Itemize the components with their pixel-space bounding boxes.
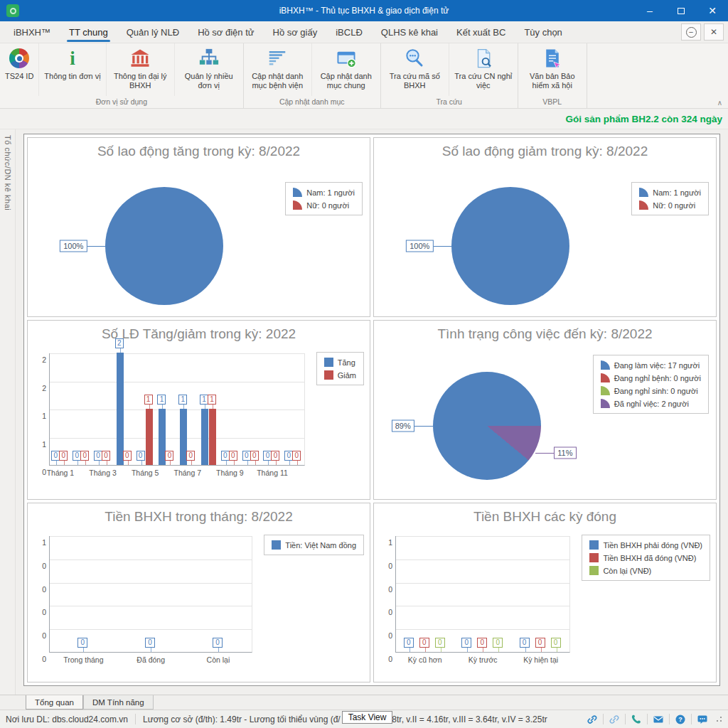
data-label-connector	[410, 648, 410, 652]
data-label-connector	[425, 648, 426, 652]
menu-tab-2[interactable]: TT chung	[60, 21, 117, 43]
tab-dm-tinh-nang[interactable]: DM Tính năng	[83, 695, 154, 710]
menu-tab-7[interactable]: QLHS kê khai	[372, 21, 447, 43]
data-label-connector	[541, 648, 542, 652]
menu-tab-6[interactable]: iBCLĐ	[326, 21, 372, 43]
bar-legend: Tiền BHXH phải đóng (VNĐ)Tiền BHXH đã đó…	[582, 535, 710, 581]
chart-body: 100%Nam: 1 ngườiNữ: 0 người	[28, 164, 370, 316]
data-label: 0	[102, 451, 110, 461]
link-icon[interactable]	[583, 714, 601, 725]
ribbon-button[interactable]: Tra cứu mã số BHXH	[381, 43, 449, 96]
x-axis-tick-label: Trong tháng	[63, 655, 103, 664]
category-group: 000	[396, 536, 454, 652]
chart-panel-lao-dong-giam: Số lao động giảm trong kỳ: 8/2022100%Nam…	[373, 137, 717, 317]
tab-tong-quan[interactable]: Tổng quan	[26, 695, 83, 710]
close-button[interactable]: ✕	[697, 0, 728, 21]
pie-callout-line	[414, 426, 433, 427]
data-label-connector	[441, 648, 441, 652]
ribbon-group-label: Cập nhật danh mục	[244, 96, 380, 108]
menu-tab-5[interactable]: Hồ sơ giấy	[264, 21, 327, 43]
x-axis-tick-label: Kỳ cũ hơn	[408, 655, 442, 664]
link-outline-icon[interactable]	[605, 714, 623, 725]
menu-tab-3[interactable]: Quản lý NLĐ	[117, 21, 188, 43]
info-icon: i	[70, 47, 75, 70]
pie-legend: Nam: 1 ngườiNữ: 0 người	[285, 182, 363, 215]
ribbon-group-1: TS24 IDiThông tin đơn vịThông tin đại lý…	[0, 43, 244, 108]
legend-label: Còn lại (VNĐ)	[603, 567, 651, 575]
divider	[669, 714, 670, 724]
ribbon-button[interactable]: Quản lý nhiều đơn vị	[175, 43, 243, 96]
ribbon-button-label: TS24 ID	[5, 72, 33, 81]
ribbon-button[interactable]: iThông tin đơn vị	[39, 43, 106, 96]
data-label-connector	[128, 461, 129, 465]
bar-Tăng	[201, 409, 208, 465]
circle-minus-icon: −	[686, 27, 697, 38]
x-axis-tick-label: Tháng 7	[173, 469, 201, 477]
y-axis-tick-label: 0	[378, 655, 392, 663]
sidebar-collapsed-panel[interactable]: Tổ chức/DN kê khai	[0, 129, 16, 695]
ribbon-collapse-chevron-icon[interactable]: ∧	[717, 99, 722, 107]
chat-icon[interactable]	[693, 714, 712, 725]
ribbon-group-label: VBPL	[518, 96, 587, 108]
help-icon[interactable]: ?	[671, 714, 690, 725]
ribbon-button[interactable]: Tra cứu CN nghỉ việc	[449, 43, 518, 96]
ribbon-button[interactable]: Văn bản Bảo hiểm xã hội	[518, 43, 587, 96]
phone-icon[interactable]	[627, 714, 646, 725]
menu-tab-1[interactable]: iBHXH™	[4, 21, 60, 43]
chart-body: Trong tháng0Đã đóng0Còn lại0000001Tiền: …	[28, 529, 370, 682]
ribbon-button[interactable]: Thông tin đại lý BHXH	[107, 43, 175, 96]
maximize-button[interactable]	[665, 0, 697, 21]
legend-label: Tiền: Việt Nam đồng	[285, 541, 356, 550]
menu-tab-4[interactable]: Hồ sơ điện tử	[188, 21, 263, 43]
data-label: 0	[145, 638, 155, 648]
legend-entry: Tiền BHXH phải đóng (VNĐ)	[589, 540, 702, 550]
bar-Giảm	[209, 409, 216, 465]
ribbon-button[interactable]: Cập nhật danh mục bệnh viện	[244, 43, 312, 96]
data-label-connector	[183, 405, 184, 409]
plot-area: Tháng 10000Tháng 30020Tháng 50110Tháng 7…	[49, 353, 305, 466]
legend-entry: Đang nghỉ bệnh: 0 người	[601, 373, 701, 382]
data-label: 0	[123, 451, 132, 461]
data-label: 1	[157, 395, 166, 405]
legend-entry: Đang làm việc: 17 người	[601, 360, 701, 370]
document-close-button[interactable]: ✕	[704, 23, 724, 41]
legend-entry: Nam: 1 người	[639, 188, 701, 197]
category-group: 000	[512, 536, 569, 652]
y-axis-tick-label: 1	[378, 538, 392, 547]
resize-grip[interactable]	[716, 716, 722, 722]
x-axis-tick-label: Tháng 1	[47, 469, 75, 477]
ribbon-button-label: Thông tin đại lý BHXH	[112, 72, 169, 90]
divider	[691, 714, 692, 724]
data-label-connector	[99, 461, 100, 465]
divider	[135, 714, 136, 724]
ribbon-button[interactable]: Cập nhật danh mục chung	[312, 43, 380, 96]
data-label-connector	[170, 461, 171, 465]
legend-swatch-icon	[639, 188, 648, 197]
legend-label: Đã nghỉ việc: 2 người	[614, 400, 689, 408]
panel-plus-icon	[336, 47, 357, 70]
plot-area-wrap: Trong tháng0Đã đóng0Còn lại0000001	[32, 536, 252, 682]
ribbon-button[interactable]: TS24 ID	[0, 43, 39, 96]
y-axis-tick-label: 1	[32, 440, 46, 449]
mail-icon[interactable]	[649, 714, 668, 725]
data-label-connector	[268, 461, 269, 465]
category-group: 11	[198, 353, 220, 465]
data-label: 1	[208, 395, 216, 405]
menu-tab-8[interactable]: Kết xuất BC	[447, 21, 515, 43]
pie-callout-line	[433, 246, 451, 247]
ribbon-minimize-button[interactable]: −	[681, 23, 701, 41]
pie-percent-label: 100%	[406, 240, 433, 252]
bottom-tab-bar: Tổng quan DM Tính năng	[0, 695, 728, 710]
x-axis-tick-label: Tháng 3	[89, 469, 117, 477]
ribbon-group-2: Cập nhật danh mục bệnh việnCập nhật danh…	[244, 43, 381, 108]
doc-search-icon	[473, 47, 494, 70]
menu-tab-9[interactable]: Tùy chọn	[515, 21, 571, 43]
ribbon-button-label: Quản lý nhiều đơn vị	[180, 72, 238, 90]
minimize-button[interactable]: –	[634, 0, 665, 21]
status-bar: Nơi lưu DL: dbs.cloud24.com.vn Lương cơ …	[0, 710, 728, 728]
bar-Tăng	[117, 353, 124, 465]
chart-body: Kỳ cũ hơn000Kỳ trước000Kỳ hiện tại000000…	[374, 529, 716, 682]
sidebar-label: Tổ chức/DN kê khai	[4, 135, 12, 695]
legend-swatch-icon	[601, 386, 610, 395]
data-label: 0	[493, 638, 503, 648]
